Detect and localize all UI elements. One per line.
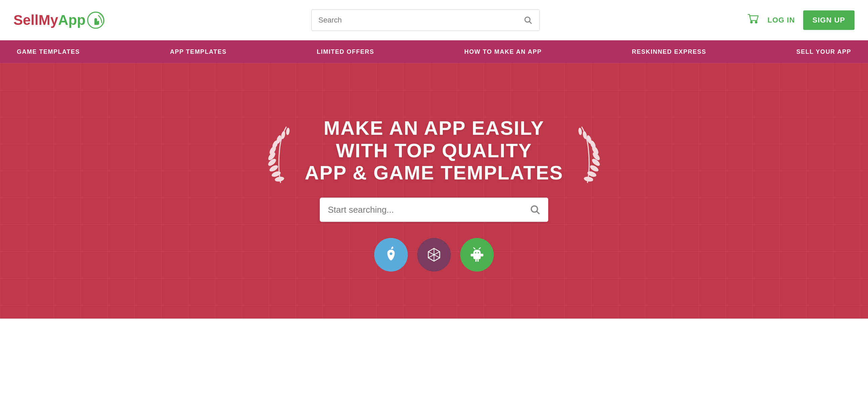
hero-headline-line1: MAKE AN APP EASILY [305,117,563,140]
svg-line-31 [474,248,475,249]
platform-icons [374,238,494,271]
nav-item-app-templates[interactable]: APP TEMPLATES [166,49,230,55]
header-search-button[interactable] [517,10,539,31]
header: SellMyApp [0,0,868,40]
header-right: LOG IN SIGN UP [747,10,855,30]
nav-item-how-to-make[interactable]: HOW TO MAKE AN APP [461,49,545,55]
nav-item-sell-your-app[interactable]: SELL YOUR APP [793,49,855,55]
cart-icon [747,12,760,25]
nav-item-reskinned-express[interactable]: RESKINNED EXPRESS [628,49,710,55]
hero-headline-row: MAKE AN APP EASILY WITH TOP QUALITY APP … [261,117,607,184]
hero-search-button[interactable] [522,198,548,222]
logo-my: My [39,12,58,28]
svg-line-26 [537,211,539,214]
svg-point-34 [478,252,479,254]
hero-headline: MAKE AN APP EASILY WITH TOP QUALITY APP … [305,117,563,184]
logo-sell: Sell [13,12,39,28]
hero-headline-line2: WITH TOP QUALITY [305,140,563,162]
unity-platform-button[interactable] [417,238,451,271]
unity-icon [425,246,443,264]
android-platform-button[interactable] [460,238,494,271]
svg-line-2 [529,22,531,24]
nav-items: GAME TEMPLATES APP TEMPLATES LIMITED OFF… [13,49,855,55]
svg-point-3 [750,21,752,23]
header-search-input[interactable] [312,16,517,25]
svg-point-33 [475,252,476,254]
svg-point-24 [578,127,582,135]
header-search-icon [523,16,533,25]
hero-headline-line3: APP & GAME TEMPLATES [305,162,563,184]
logo-icon [87,11,104,29]
svg-line-32 [479,248,480,249]
svg-point-4 [755,21,757,23]
logo-text: SellMyApp [13,13,86,27]
right-laurel-icon [577,117,607,184]
search-area [104,9,747,31]
signup-button[interactable]: SIGN UP [803,10,855,30]
hero-search-input[interactable] [320,205,522,215]
hero-section: MAKE AN APP EASILY WITH TOP QUALITY APP … [0,63,868,319]
nav-item-game-templates[interactable]: GAME TEMPLATES [13,49,83,55]
nav-item-limited-offers[interactable]: LIMITED OFFERS [313,49,378,55]
left-laurel-icon [261,117,291,184]
header-search-box [311,9,540,31]
hero-search-box [320,198,548,222]
svg-point-1 [525,17,530,22]
ios-platform-button[interactable] [374,238,408,271]
android-icon [468,246,486,264]
svg-point-25 [531,206,537,212]
logo-area: SellMyApp [13,11,104,29]
cart-button[interactable] [747,12,760,28]
svg-point-14 [286,127,290,135]
logo-app: App [58,12,86,28]
login-button[interactable]: LOG IN [768,16,795,25]
nav-bar: GAME TEMPLATES APP TEMPLATES LIMITED OFF… [0,40,868,63]
hero-search-icon [529,204,541,215]
apple-icon [382,246,400,264]
